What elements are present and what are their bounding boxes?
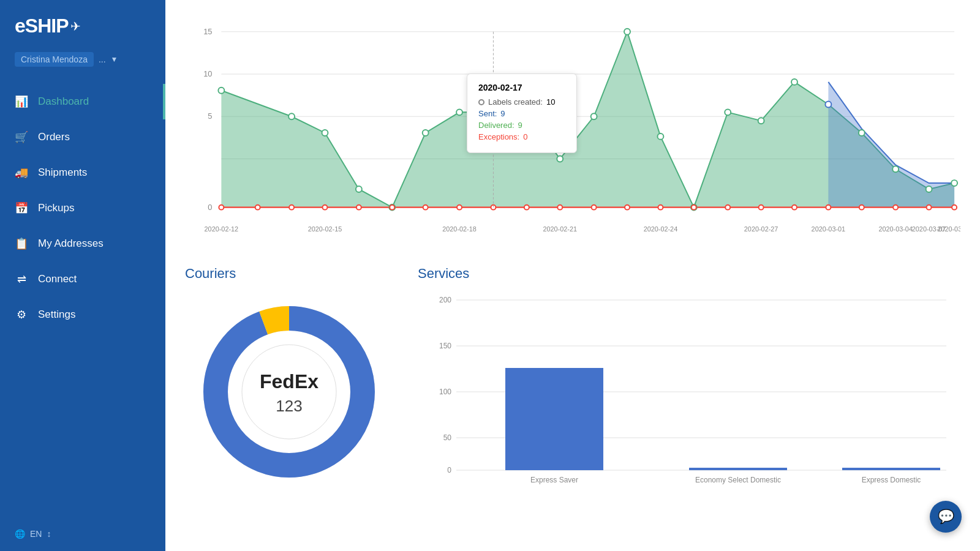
tooltip-labels-circle <box>478 99 484 105</box>
sidebar-item-label-connect: Connect <box>38 273 77 285</box>
chat-bubble-button[interactable]: 💬 <box>930 501 962 533</box>
bar-chart-svg: 200 150 100 50 0 Express Saver Economy S… <box>418 294 960 502</box>
svg-point-31 <box>892 166 899 172</box>
svg-text:2020-02-15: 2020-02-15 <box>308 225 342 233</box>
svg-text:Express Domestic: Express Domestic <box>862 476 921 484</box>
svg-text:5: 5 <box>208 111 212 121</box>
addresses-icon: 📋 <box>15 237 28 250</box>
services-section: Services 200 150 100 50 0 <box>405 266 960 535</box>
svg-text:2020-02-21: 2020-02-21 <box>543 225 577 233</box>
language-label: EN <box>30 529 42 539</box>
sidebar-item-pickups[interactable]: 📅 Pickups <box>0 190 165 226</box>
sidebar-item-label-settings: Settings <box>38 309 75 321</box>
svg-point-55 <box>927 205 932 210</box>
svg-point-48 <box>692 205 696 210</box>
svg-point-26 <box>725 109 731 115</box>
svg-text:2020-02-24: 2020-02-24 <box>644 225 678 233</box>
couriers-title: Couriers <box>185 266 393 282</box>
sidebar-item-label-pickups: Pickups <box>38 202 75 214</box>
svg-text:15: 15 <box>203 27 212 36</box>
sidebar-item-label-shipments: Shipments <box>38 167 87 179</box>
svg-text:Express Saver: Express Saver <box>530 476 578 484</box>
svg-point-52 <box>826 205 831 210</box>
user-section[interactable]: Cristina Mendoza ... ▼ <box>0 47 165 79</box>
svg-point-40 <box>423 205 428 210</box>
svg-point-28 <box>791 79 797 85</box>
svg-text:2020-02-27: 2020-02-27 <box>744 225 778 233</box>
connect-icon: ⇌ <box>15 272 28 286</box>
sidebar-item-connect[interactable]: ⇌ Connect <box>0 261 165 297</box>
svg-point-43 <box>524 205 529 210</box>
tooltip-labels-row: Labels created: 10 <box>478 97 565 107</box>
tooltip-labels-label: Labels created: <box>488 97 543 107</box>
donut-chart-svg: FedEx 123 <box>197 300 381 484</box>
svg-text:150: 150 <box>439 342 451 350</box>
sidebar-item-label-addresses: My Addresses <box>38 238 104 250</box>
dashboard-icon: 📊 <box>15 95 28 108</box>
svg-point-38 <box>356 205 361 210</box>
bar-economy-select <box>689 468 787 470</box>
svg-text:2020-02-12: 2020-02-12 <box>205 225 239 233</box>
logo-container: eSHIP ✈ <box>0 0 165 47</box>
svg-point-27 <box>758 118 764 124</box>
svg-point-13 <box>288 113 295 119</box>
svg-text:10: 10 <box>203 69 212 78</box>
tooltip-sent-row: Sent: 9 <box>478 109 565 118</box>
donut-chart-container: FedEx 123 <box>185 294 393 490</box>
bar-chart-container: 200 150 100 50 0 Express Saver Economy S… <box>418 294 960 502</box>
svg-point-39 <box>390 205 394 210</box>
svg-point-22 <box>591 113 597 119</box>
svg-text:100: 100 <box>439 388 451 396</box>
svg-text:0: 0 <box>208 203 212 212</box>
svg-point-36 <box>289 205 294 210</box>
user-chevron-icon[interactable]: ▼ <box>111 55 118 64</box>
tooltip-delivered-value: 9 <box>518 121 522 130</box>
main-content: 15 10 5 0 <box>165 0 980 551</box>
sidebar-footer: 🌐 EN ↕ <box>0 517 165 551</box>
svg-text:2020-03-04: 2020-03-04 <box>878 225 913 233</box>
svg-point-33 <box>951 180 957 186</box>
sidebar-item-dashboard[interactable]: 📊 Dashboard <box>0 84 165 119</box>
tooltip-exceptions-row: Exceptions: 0 <box>478 132 565 141</box>
logo-text: eSHIP <box>15 15 68 37</box>
tooltip-sent-label: Sent: <box>478 109 497 118</box>
sidebar-item-settings[interactable]: ⚙ Settings <box>0 297 165 332</box>
bar-express-saver <box>505 368 603 470</box>
svg-point-12 <box>218 88 224 94</box>
svg-text:200: 200 <box>439 296 451 304</box>
pickups-icon: 📅 <box>15 201 28 215</box>
logo-icon: ✈ <box>70 19 81 34</box>
svg-text:2020-03-01: 2020-03-01 <box>812 225 846 233</box>
svg-text:0: 0 <box>447 466 451 474</box>
user-menu-dots[interactable]: ... <box>99 54 106 64</box>
svg-point-44 <box>557 205 562 210</box>
user-name: Cristina Mendoza <box>15 52 94 67</box>
svg-point-50 <box>759 205 764 210</box>
svg-point-45 <box>592 205 597 210</box>
svg-point-49 <box>725 205 730 210</box>
svg-point-17 <box>423 130 429 136</box>
main-nav: 📊 Dashboard 🛒 Orders 🚚 Shipments 📅 Picku… <box>0 79 165 517</box>
svg-point-47 <box>658 205 663 210</box>
svg-point-24 <box>657 133 663 140</box>
sidebar: eSHIP ✈ Cristina Mendoza ... ▼ 📊 Dashboa… <box>0 0 165 551</box>
svg-point-32 <box>926 186 932 192</box>
svg-text:2020-03-10: 2020-03-10 <box>937 225 960 233</box>
sidebar-item-shipments[interactable]: 🚚 Shipments <box>0 155 165 190</box>
svg-point-18 <box>456 109 462 115</box>
sidebar-item-label-dashboard: Dashboard <box>38 96 89 108</box>
svg-point-34 <box>219 205 224 210</box>
svg-text:Economy Select Domestic: Economy Select Domestic <box>695 476 781 484</box>
sidebar-item-my-addresses[interactable]: 📋 My Addresses <box>0 226 165 261</box>
svg-marker-10 <box>828 82 954 208</box>
settings-icon: ⚙ <box>15 308 28 321</box>
svg-point-29 <box>825 102 831 108</box>
svg-point-54 <box>893 205 898 210</box>
orders-icon: 🛒 <box>15 130 28 144</box>
sidebar-item-orders[interactable]: 🛒 Orders <box>0 119 165 155</box>
language-arrows[interactable]: ↕ <box>47 529 51 539</box>
tooltip-exceptions-value: 0 <box>523 132 527 141</box>
services-title: Services <box>418 266 960 282</box>
couriers-section: Couriers FedEx 123 <box>185 266 405 535</box>
line-chart-area: 15 10 5 0 <box>185 12 960 251</box>
